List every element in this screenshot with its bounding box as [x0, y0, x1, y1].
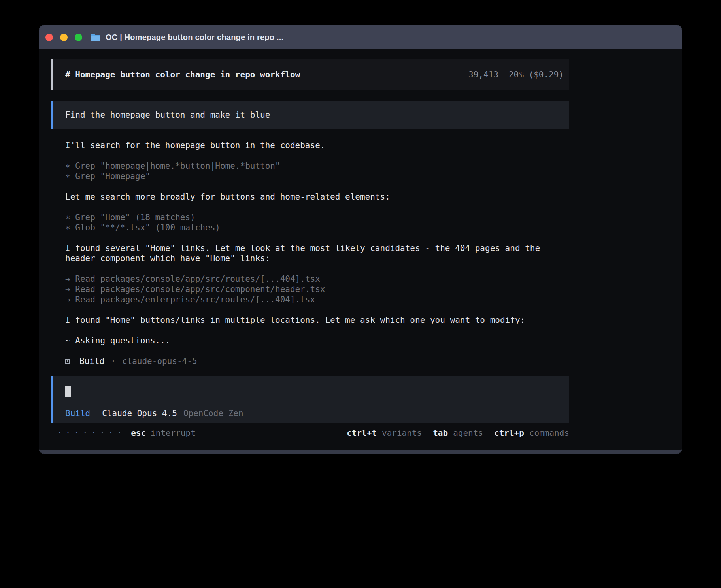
- agent-name: Build: [79, 356, 104, 366]
- statusbar-right: ctrl+t variants tab agents ctrl+p comman…: [347, 428, 569, 438]
- folder-icon: [90, 33, 101, 41]
- shortcut-key: ctrl+t: [347, 428, 377, 438]
- terminal-window: OC | Homepage button color change in rep…: [39, 25, 682, 454]
- shortcut-label: variants: [382, 428, 422, 438]
- agent-model: claude-opus-4-5: [122, 356, 197, 366]
- assistant-text: I found "Home" buttons/links in multiple…: [65, 315, 549, 325]
- terminal-content: # Homepage button color change in repo w…: [39, 49, 569, 438]
- tool-call-grep: ∗ Grep "Homepage": [65, 171, 549, 181]
- statusbar-left: ········ esc interrupt: [57, 428, 196, 438]
- assistant-text: I'll search for the homepage button in t…: [65, 140, 549, 151]
- shortcut-key: ctrl+p: [494, 428, 524, 438]
- shortcut-variants: ctrl+t variants: [347, 428, 422, 438]
- window-title: OC | Homepage button color change in rep…: [106, 33, 283, 42]
- tool-call-group: ∗ Grep "Home" (18 matches) ∗ Glob "**/*.…: [65, 212, 549, 233]
- status-line: ~ Asking questions...: [65, 335, 549, 346]
- tool-call-read: → Read packages/console/app/src/componen…: [65, 284, 549, 294]
- close-button[interactable]: [45, 34, 53, 41]
- shortcut-label: agents: [453, 428, 483, 438]
- session-stats: 39,413 20% ($0.29): [468, 70, 564, 80]
- shortcut-agents: tab agents: [433, 428, 483, 438]
- tool-call-group: → Read packages/console/app/src/routes/[…: [65, 274, 549, 305]
- tool-call-grep: ∗ Grep "Home" (18 matches): [65, 212, 549, 222]
- tool-call-read: → Read packages/console/app/src/routes/[…: [65, 274, 549, 284]
- tool-call-glob: ∗ Glob "**/*.tsx" (100 matches): [65, 222, 549, 233]
- traffic-lights: [45, 34, 82, 41]
- assistant-text: Let me search more broadly for buttons a…: [65, 192, 549, 202]
- agent-badge: Build · claude-opus-4-5: [65, 356, 569, 366]
- user-message-text: Find the homepage button and make it blu…: [65, 110, 270, 120]
- prompt-input[interactable]: Build Claude Opus 4.5 OpenCode Zen: [51, 376, 569, 423]
- tool-call-read: → Read packages/enterprise/src/routes/[.…: [65, 294, 549, 305]
- context-usage: 20% ($0.29): [509, 70, 564, 80]
- zoom-button[interactable]: [75, 34, 82, 41]
- tool-call-grep: ∗ Grep "homepage|home.*button|Home.*butt…: [65, 161, 549, 171]
- user-message: Find the homepage button and make it blu…: [51, 101, 569, 129]
- model-label[interactable]: Claude Opus 4.5: [102, 408, 177, 418]
- spinner-dots-icon: ········: [57, 428, 125, 438]
- provider-label: OpenCode Zen: [183, 408, 243, 418]
- agent-square-icon: [65, 359, 70, 364]
- assistant-text: I found several "Home" links. Let me loo…: [65, 243, 549, 264]
- shortcut-key: tab: [433, 428, 448, 438]
- token-count: 39,413: [468, 70, 498, 80]
- titlebar[interactable]: OC | Homepage button color change in rep…: [39, 25, 682, 49]
- agent-mode-label[interactable]: Build: [65, 408, 90, 418]
- esc-key-label: interrupt: [151, 428, 196, 438]
- shortcut-label: commands: [529, 428, 569, 438]
- session-title: # Homepage button color change in repo w…: [65, 70, 300, 80]
- text-cursor: [65, 386, 71, 397]
- shortcut-commands: ctrl+p commands: [494, 428, 569, 438]
- esc-key-hint: esc: [131, 428, 146, 438]
- input-statusline: Build Claude Opus 4.5 OpenCode Zen: [65, 408, 569, 418]
- agent-separator: ·: [111, 356, 116, 366]
- tool-call-group: ∗ Grep "homepage|home.*button|Home.*butt…: [65, 161, 549, 181]
- status-bar: ········ esc interrupt ctrl+t variants t…: [51, 428, 569, 438]
- minimize-button[interactable]: [60, 34, 68, 41]
- session-header: # Homepage button color change in repo w…: [51, 59, 569, 90]
